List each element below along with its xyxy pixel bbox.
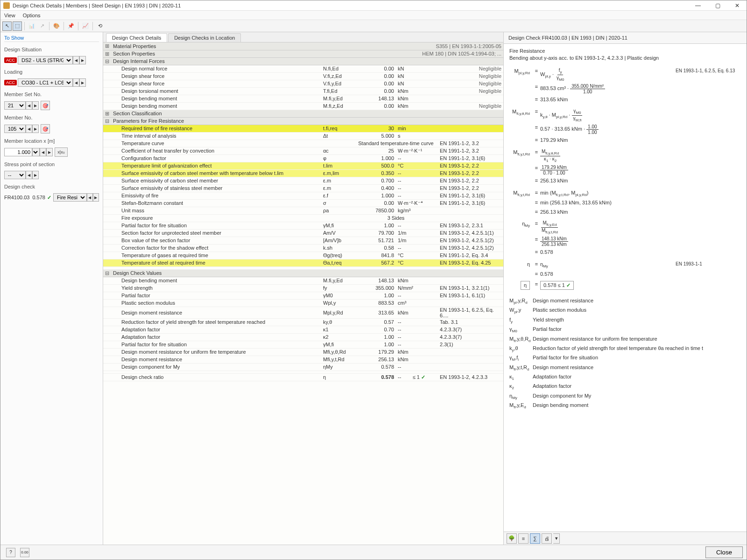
table-row: Time interval of analysisΔt5.000s [103, 132, 503, 140]
next-loading[interactable]: ▶ [79, 78, 86, 87]
right-panel: Design Check FR4100.03 | EN 1993 | DIN |… [504, 32, 747, 545]
menubar: View Options [0, 11, 747, 20]
table-row: Surface emissivity of carbon steel membe… [103, 169, 503, 177]
table-row: Design component for MyηMy0.578-- [103, 363, 503, 371]
tool-chart-icon[interactable]: 📊 [27, 21, 36, 31]
check-name-select[interactable]: Fire Resistanc... [53, 193, 87, 202]
left-header: To Show [4, 35, 99, 42]
acc-badge: ACC [4, 57, 17, 63]
collapse-icon[interactable]: ⊟ [103, 57, 111, 65]
close-window-button[interactable]: ✕ [731, 1, 744, 10]
situation-select[interactable]: DS2 - ULS (STR/GEO) - Accident... [18, 56, 73, 64]
table-row: Partial factorγM01.00--EN 1993-1-1, 6.1(… [103, 292, 503, 299]
tool-graph-icon[interactable]: 📈 [81, 21, 90, 31]
check-code: FR4100.03 [4, 195, 29, 200]
check-label: Design check [4, 184, 99, 189]
prev-check[interactable]: ◀ [87, 193, 93, 202]
memberloc-input[interactable] [4, 148, 32, 156]
check-ok-icon: ✓ [47, 195, 51, 201]
tabbar: Design Check Details Design Checks in Lo… [103, 32, 503, 42]
table-row: Yield strengthfy355.000N/mm²EN 1993-1-1,… [103, 284, 503, 292]
minimize-button[interactable]: — [691, 1, 705, 10]
prev-situation[interactable]: ◀ [73, 56, 79, 64]
prev-memberset[interactable]: ◀ [26, 101, 32, 110]
memberno-label: Member No. [4, 115, 99, 120]
right-title: Design Check FR4100.03 | EN 1993 | DIN |… [504, 32, 747, 44]
rt-tree-icon[interactable]: 🌳 [507, 533, 517, 544]
table-row: Required time of fire resistancet.fi,req… [103, 125, 503, 132]
table-row: Design normal forceN.fi,Ed0.00kNNegligib… [103, 65, 503, 72]
maximize-button[interactable]: ▢ [711, 1, 724, 10]
rt-formula-icon[interactable]: ∑ [530, 533, 540, 544]
memberloc-drop[interactable] [32, 148, 40, 156]
table-row: Design torsional momentT.fi,Ed0.00kNmNeg… [103, 87, 503, 95]
stress-label: Stress point of section [4, 161, 99, 167]
next-memberno[interactable]: ▶ [32, 125, 39, 133]
tool-arrow-icon[interactable]: ↗ [37, 21, 47, 31]
final-check-row: Design check ratio η 0.578 -- ≤ 1 ✓ EN 1… [103, 373, 503, 381]
memberset-label: Member Set No. [4, 91, 99, 97]
prev-loading[interactable]: ◀ [73, 78, 79, 87]
fire-resistance-label: Fire Resistance [509, 48, 741, 55]
tool-cursor-icon[interactable]: ⬚ [13, 21, 22, 31]
situation-label: Design Situation [4, 47, 99, 52]
table-row: Design bending momentM.fi,y,Ed148.13kNm [103, 277, 503, 284]
stress-select[interactable]: -- [4, 171, 26, 179]
close-button[interactable]: Close [705, 546, 743, 558]
pick-memberno-icon[interactable]: 🎯 [41, 124, 50, 133]
collapse-icon[interactable]: ⊟ [103, 117, 111, 125]
pick-memberset-icon[interactable]: 🎯 [41, 101, 50, 110]
table-row: Unit massρa7850.00kg/m³ [103, 207, 503, 214]
window-title: Design Check Details | Members | Steel D… [13, 3, 691, 8]
loading-select[interactable]: CO30 - LC1 + LC6 + 0.30 * LC2 [18, 78, 73, 87]
tool-select-icon[interactable]: ↖ [2, 21, 12, 31]
tool-palette-icon[interactable]: 🎨 [52, 21, 61, 31]
table-row: Partial factor for fire situationγM,fi1.… [103, 222, 503, 229]
next-check[interactable]: ▶ [93, 193, 99, 202]
rt-dropdown-icon[interactable]: ▾ [553, 533, 560, 544]
right-toolbar: 🌳 ≡ ∑ 🖨 ▾ [504, 532, 747, 545]
next-loc[interactable]: ▶ [46, 148, 53, 156]
memberset-select[interactable]: 21 [4, 101, 26, 110]
table-row: Design shear forceV.fi,z,Ed0.00kNNegligi… [103, 72, 503, 80]
help-icon[interactable]: ? [6, 548, 15, 557]
table-row: Temperature of gases at required timeΘg(… [103, 252, 503, 259]
properties-table: ⊞Material PropertiesS355 | EN 1993-1-1:2… [103, 42, 503, 381]
symbol-legend: Mpl,y,RdDesign moment resistanceWpl,yPla… [509, 297, 741, 410]
prev-loc[interactable]: ◀ [40, 148, 46, 156]
rt-print-icon[interactable]: 🖨 [542, 533, 552, 544]
tool-reset-icon[interactable]: ⟲ [95, 21, 105, 31]
xratio-button[interactable]: x|x₀ [55, 147, 68, 157]
table-row: Surface emissivity of carbon steel membe… [103, 177, 503, 184]
table-row: Stefan-Boltzmann constantσ0.00W·m⁻²·K⁻⁴E… [103, 199, 503, 207]
collapse-icon[interactable]: ⊟ [103, 269, 111, 277]
tool-pin-icon[interactable]: 📌 [66, 21, 76, 31]
table-row: Configuration factorφ1.000--EN 1991-1-2,… [103, 154, 503, 162]
next-stress[interactable]: ▶ [32, 171, 39, 179]
tab-location[interactable]: Design Checks in Location [168, 33, 241, 42]
rt-list-icon[interactable]: ≡ [518, 533, 529, 544]
units-icon[interactable]: 0.00 [20, 548, 29, 557]
table-row: Design moment resistance for uniform fir… [103, 348, 503, 356]
menu-view[interactable]: View [4, 13, 15, 18]
table-row: Temperature of steel at required timeΘa,… [103, 259, 503, 266]
table-row: Design moment resistanceMfi,y,t,Rd256.13… [103, 356, 503, 363]
table-row: Design bending momentM.fi,z,Ed0.00kNmNeg… [103, 102, 503, 110]
next-memberset[interactable]: ▶ [32, 101, 39, 110]
expand-icon[interactable]: ⊞ [103, 50, 111, 57]
table-row: Emissivity of fireε.f1.000--EN 1991-1-2,… [103, 192, 503, 199]
app-window: Design Check Details | Members | Steel D… [0, 0, 747, 560]
table-row: Partial factor for fire situationγM,fi1.… [103, 341, 503, 348]
expand-icon[interactable]: ⊞ [103, 110, 111, 117]
prev-memberno[interactable]: ◀ [26, 125, 32, 133]
loading-label: Loading [4, 69, 99, 75]
prev-stress[interactable]: ◀ [26, 171, 32, 179]
table-row: Surface emissivity of stainless steel me… [103, 184, 503, 192]
tab-details[interactable]: Design Check Details [106, 33, 167, 42]
expand-icon[interactable]: ⊞ [103, 42, 111, 50]
next-situation[interactable]: ▶ [79, 56, 86, 64]
menu-options[interactable]: Options [23, 13, 41, 18]
table-row: Temperature limit of galvanization effec… [103, 162, 503, 169]
table-row: Section factor for unprotected steel mem… [103, 229, 503, 237]
memberno-select[interactable]: 105 [4, 125, 26, 133]
